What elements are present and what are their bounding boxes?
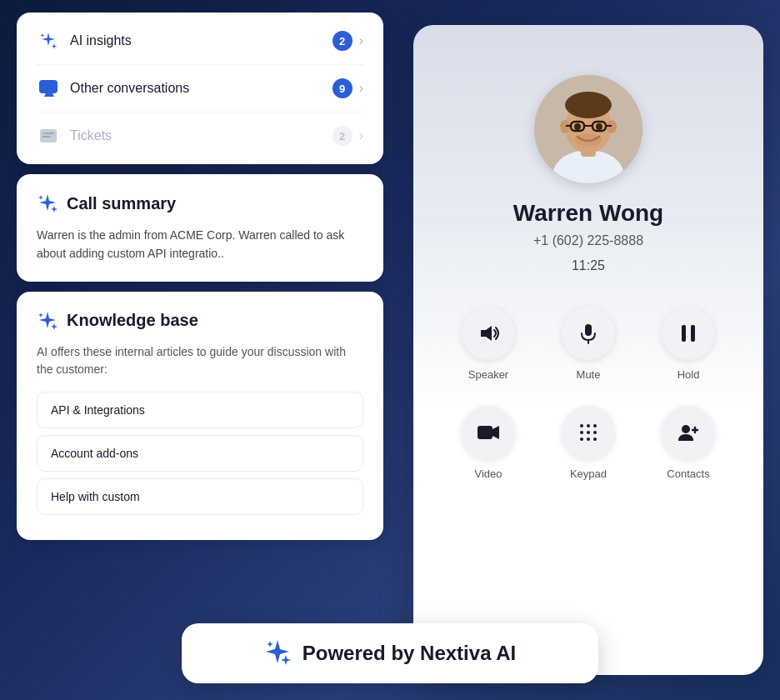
caller-phone: +1 (602) 225-8888	[533, 233, 643, 248]
mute-button[interactable]	[562, 307, 615, 360]
chat-icon	[37, 77, 60, 100]
mute-label: Mute	[577, 368, 601, 381]
other-conversations-label: Other conversations	[70, 81, 326, 96]
keypad-label: Keypad	[570, 468, 607, 480]
call-summary-title: Call summary	[37, 192, 363, 214]
contacts-button[interactable]	[662, 406, 715, 459]
svg-rect-20	[585, 324, 592, 336]
powered-banner: Powered by Nextiva AI	[182, 623, 598, 683]
hold-control[interactable]: Hold	[662, 307, 715, 381]
ai-insights-item[interactable]: AI insights 2 ›	[23, 19, 377, 62]
quick-items-card: AI insights 2 › Other conversations 9 ›	[17, 12, 383, 164]
sparkle-icon-summary	[37, 192, 58, 214]
speaker-label: Speaker	[468, 368, 508, 381]
caller-avatar	[534, 75, 642, 183]
call-controls-row2: Video Keypad	[438, 406, 738, 480]
divider-2	[37, 112, 363, 112]
video-button[interactable]	[462, 406, 515, 459]
sparkle-icon	[37, 29, 60, 52]
ai-insights-badge: 2	[332, 31, 352, 51]
other-conversations-item[interactable]: Other conversations 9 ›	[23, 67, 377, 110]
video-control[interactable]: Video	[462, 406, 515, 480]
kb-article-1[interactable]: API & Integrations	[37, 392, 363, 428]
svg-point-35	[682, 425, 690, 433]
powered-text: Powered by Nextiva AI	[302, 642, 517, 665]
svg-marker-25	[492, 426, 499, 439]
svg-point-18	[575, 133, 602, 147]
speaker-control[interactable]: Speaker	[462, 307, 515, 381]
call-timer: 11:25	[572, 258, 605, 273]
svg-point-31	[593, 431, 597, 434]
tickets-badge: 2	[332, 126, 352, 146]
hold-button[interactable]	[662, 307, 715, 360]
sparkle-icon-kb	[37, 310, 58, 332]
ticket-icon	[37, 124, 60, 148]
svg-marker-19	[481, 326, 492, 341]
mute-control[interactable]: Mute	[562, 307, 615, 381]
kb-article-3[interactable]: Help with custom	[37, 478, 363, 515]
keypad-control[interactable]: Keypad	[562, 406, 615, 480]
caller-name: Warren Wong	[513, 200, 663, 227]
knowledge-base-card: Knowledge base AI offers these internal …	[17, 292, 383, 540]
call-summary-card: Call summary Warren is the admin from AC…	[17, 174, 383, 282]
svg-point-32	[580, 438, 583, 441]
divider-1	[37, 64, 363, 65]
svg-point-8	[565, 92, 612, 118]
tickets-item[interactable]: Tickets 2 ›	[23, 114, 377, 158]
ai-insights-chevron: ›	[359, 33, 363, 48]
svg-point-33	[587, 438, 590, 441]
svg-point-30	[587, 431, 590, 434]
speaker-button[interactable]	[462, 307, 515, 360]
other-conversations-chevron: ›	[359, 81, 363, 96]
svg-point-34	[593, 438, 597, 441]
contacts-control[interactable]: Contacts	[662, 406, 715, 480]
tickets-label: Tickets	[70, 128, 326, 143]
ai-insights-label: AI insights	[70, 33, 326, 48]
svg-point-28	[593, 424, 597, 428]
video-label: Video	[474, 468, 502, 480]
svg-point-26	[580, 424, 583, 428]
tickets-chevron: ›	[359, 128, 363, 143]
contacts-label: Contacts	[667, 468, 709, 480]
svg-rect-22	[682, 325, 686, 342]
svg-rect-0	[39, 80, 58, 93]
svg-point-29	[580, 431, 583, 434]
svg-point-16	[574, 123, 581, 130]
svg-rect-23	[691, 325, 695, 342]
svg-point-27	[587, 424, 590, 428]
left-panel: AI insights 2 › Other conversations 9 ›	[17, 12, 383, 540]
kb-article-2[interactable]: Account add-ons	[37, 435, 363, 472]
other-conversations-badge: 9	[332, 78, 352, 98]
hold-label: Hold	[678, 368, 700, 381]
svg-point-17	[596, 123, 602, 130]
call-controls-row1: Speaker Mute Hold	[438, 307, 738, 381]
keypad-button[interactable]	[562, 406, 615, 459]
kb-subtitle: AI offers these internal articles to gui…	[37, 343, 363, 378]
sparkle-icon-banner	[264, 638, 291, 668]
call-summary-body: Warren is the admin from ACME Corp. Warr…	[37, 226, 363, 263]
svg-rect-24	[478, 426, 492, 439]
call-screen: Warren Wong +1 (602) 225-8888 11:25 Spea…	[413, 25, 763, 675]
kb-title: Knowledge base	[37, 310, 363, 332]
